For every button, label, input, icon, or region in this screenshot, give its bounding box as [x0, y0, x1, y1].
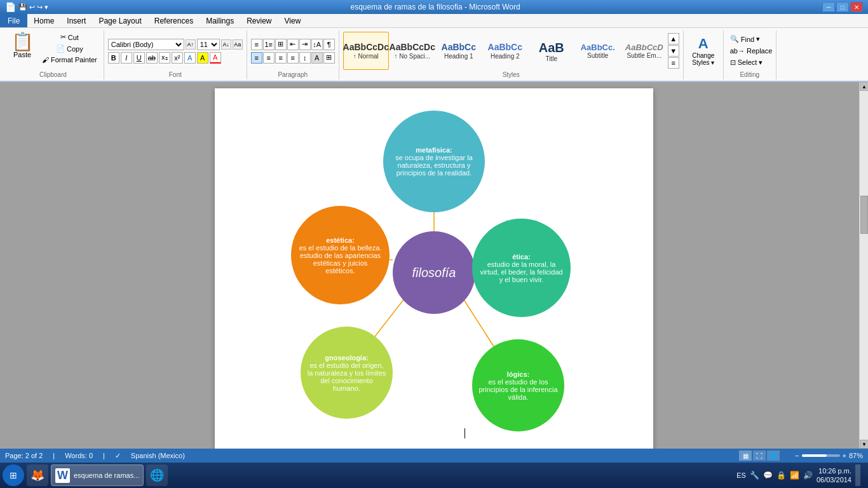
view-fullscreen-button[interactable]: ⛶ — [753, 451, 766, 461]
document-scroll[interactable]: filosofía metafísica: se ocupa de invest… — [0, 82, 868, 449]
change-styles-button[interactable]: A ChangeStyles ▾ — [688, 32, 719, 70]
view-weblayout-button[interactable]: 🌐 — [767, 451, 780, 461]
vertical-scrollbar[interactable]: ▲ ▼ — [859, 82, 868, 449]
insert-menu[interactable]: Insert — [60, 14, 92, 27]
tray-icon-1: 🔧 — [750, 471, 759, 480]
change-styles-icon: A — [698, 36, 709, 52]
line-spacing-button[interactable]: ↕ — [299, 52, 311, 64]
center-text: filosofía — [412, 266, 456, 280]
decrease-indent-button[interactable]: ⇤ — [287, 39, 299, 50]
zoom-in-button[interactable]: + — [843, 452, 846, 459]
superscript-button[interactable]: x² — [172, 52, 183, 64]
editing-group: 🔍 Find ▾ ab→ Replace ⊡ Select ▾ Editing — [724, 30, 776, 79]
etica-title: ética: — [478, 253, 564, 261]
font-size-decrease[interactable]: A↓ — [221, 39, 231, 50]
find-label: Find — [741, 36, 754, 43]
ribbon-content: 📋 Paste ✂ Cut 📄 Copy 🖌 Format Pai — [0, 29, 868, 81]
maximize-button[interactable]: □ — [836, 2, 849, 12]
logica-desc: es el estudio de los principios de la in… — [478, 378, 558, 401]
font-size-increase[interactable]: A↑ — [186, 39, 196, 50]
text-highlight-button[interactable]: A — [197, 52, 208, 64]
find-icon: 🔍 — [730, 35, 739, 43]
replace-button[interactable]: ab→ Replace — [728, 46, 772, 56]
sort-button[interactable]: ↕A — [311, 39, 323, 50]
style-nospacing-label: ↑ No Spaci... — [394, 53, 430, 60]
copy-icon: 📄 — [56, 44, 65, 53]
font-size-select[interactable]: 11 — [197, 39, 220, 50]
align-center-button[interactable]: ≡ — [263, 52, 275, 64]
logica-title: lógics: — [478, 370, 558, 378]
shading-button[interactable]: A — [311, 52, 323, 64]
scroll-up-button[interactable]: ▲ — [860, 82, 868, 91]
style-heading2-preview: AaBbCc — [488, 42, 522, 53]
font-clear-formatting[interactable]: Aa — [233, 39, 243, 50]
find-button[interactable]: 🔍 Find ▾ — [728, 34, 772, 44]
style-heading1[interactable]: AaBbCc Heading 1 — [436, 32, 482, 70]
cut-button[interactable]: ✂ Cut — [39, 32, 100, 43]
review-menu[interactable]: Review — [240, 14, 278, 27]
scroll-thumb[interactable] — [860, 196, 868, 234]
taskbar-word[interactable]: W esquema de ramas... — [51, 464, 144, 486]
menu-bar: File Home Insert Page Layout References … — [0, 14, 868, 28]
style-title[interactable]: AaB Title — [529, 32, 574, 70]
gnoseologia-circle: gnoseología: es el estudio del origen, l… — [301, 327, 393, 419]
italic-button[interactable]: I — [121, 52, 132, 64]
zoom-out-button[interactable]: − — [795, 452, 799, 459]
home-menu[interactable]: Home — [27, 14, 60, 27]
minimize-button[interactable]: ─ — [822, 2, 835, 12]
tray-icon-4: 📶 — [790, 471, 799, 480]
view-menu[interactable]: View — [278, 14, 308, 27]
style-heading1-label: Heading 1 — [444, 53, 473, 60]
style-title-label: Title — [545, 55, 557, 62]
align-left-button[interactable]: ≡ — [251, 52, 262, 64]
bullets-button[interactable]: ≡ — [251, 39, 262, 50]
title-bar: 📄 💾 ↩ ↪ ▾ esquema de ramas de la filosof… — [0, 0, 868, 14]
align-right-button[interactable]: ≡ — [275, 52, 287, 64]
scroll-down-button[interactable]: ▼ — [860, 440, 868, 449]
zoom-slider[interactable] — [802, 454, 840, 457]
pagelayout-menu[interactable]: Page Layout — [92, 14, 147, 27]
metafisica-title: metafísica: — [390, 146, 478, 154]
paragraph-label: Paragraph — [278, 71, 308, 78]
justify-button[interactable]: ≡ — [287, 52, 299, 64]
style-subtleemphasis-label: Subtle Em... — [627, 52, 661, 59]
format-painter-button[interactable]: 🖌 Format Painter — [39, 55, 100, 65]
file-menu[interactable]: File — [0, 14, 27, 27]
styles-more[interactable]: ≡ — [668, 57, 679, 69]
view-normal-button[interactable]: ▦ — [739, 451, 752, 461]
style-normal[interactable]: AaBbCcDc ↑ Normal — [343, 32, 389, 70]
multilevel-button[interactable]: ⊞ — [275, 39, 287, 50]
style-subtitle[interactable]: AaBbCc. Subtitle — [575, 32, 621, 70]
strikethrough-button[interactable]: ab — [146, 52, 158, 64]
mailings-menu[interactable]: Mailings — [200, 14, 240, 27]
start-button[interactable]: ⊞ — [3, 464, 24, 486]
show-desktop-button[interactable] — [855, 464, 860, 486]
font-family-select[interactable]: Calibri (Body) — [108, 39, 184, 50]
taskbar-firefox[interactable]: 🦊 — [27, 464, 48, 486]
increase-indent-button[interactable]: ⇥ — [299, 39, 311, 50]
paste-button[interactable]: 📋 Paste — [6, 32, 38, 70]
font-color-button[interactable]: A — [210, 52, 221, 64]
text-effects-button[interactable]: A — [184, 52, 196, 64]
borders-button[interactable]: ⊞ — [323, 52, 335, 64]
replace-label: Replace — [747, 47, 772, 55]
styles-scroll-up[interactable]: ▲ — [668, 33, 679, 44]
show-marks-button[interactable]: ¶ — [323, 39, 335, 50]
etica-text: ética: estudio de la moral, la virtud, e… — [478, 253, 564, 283]
close-button[interactable]: ✕ — [850, 2, 863, 12]
copy-button[interactable]: 📄 Copy — [39, 43, 100, 54]
style-subtleemphasis-preview: AaBbCcD — [625, 43, 663, 53]
styles-scroll-down[interactable]: ▼ — [668, 45, 679, 57]
select-button[interactable]: ⊡ Select ▾ — [728, 57, 772, 68]
numbering-button[interactable]: 1≡ — [263, 39, 275, 50]
underline-button[interactable]: U — [133, 52, 145, 64]
subscript-button[interactable]: x₂ — [159, 52, 170, 64]
references-menu[interactable]: References — [148, 14, 200, 27]
style-nospacing[interactable]: AaBbCcDc ↑ No Spaci... — [390, 32, 435, 70]
taskbar-chrome[interactable]: 🌐 — [146, 464, 168, 486]
bold-button[interactable]: B — [108, 52, 119, 64]
text-cursor — [465, 428, 465, 438]
clipboard-label: Clipboard — [39, 71, 67, 78]
style-subtleemphasis[interactable]: AaBbCcD Subtle Em... — [621, 32, 667, 70]
style-heading2[interactable]: AaBbCc Heading 2 — [482, 32, 528, 70]
